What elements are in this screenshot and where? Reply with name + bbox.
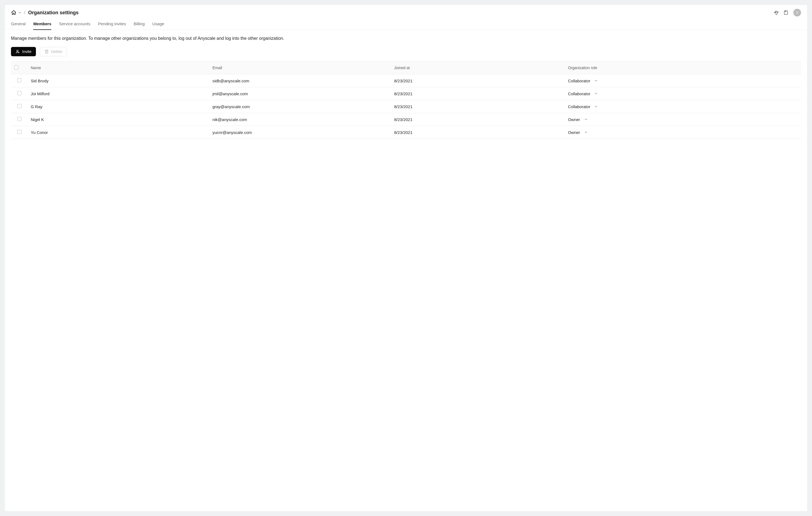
select-all-checkbox[interactable] — [14, 65, 19, 70]
row-checkbox[interactable] — [17, 130, 21, 134]
col-name[interactable]: Name — [27, 61, 209, 74]
role-value: Collaborator — [568, 104, 590, 109]
tabs: GeneralMembersService accountsPending in… — [5, 17, 807, 30]
row-checkbox[interactable] — [17, 117, 21, 121]
chevron-down-icon — [594, 105, 598, 108]
home-icon — [11, 10, 17, 16]
tab-general[interactable]: General — [11, 21, 26, 30]
cell-name: Yu Conor — [27, 126, 209, 139]
action-bar: Invite Delete — [11, 47, 801, 56]
row-select-cell — [11, 100, 27, 113]
cell-joined: 8/23/2021 — [391, 74, 565, 87]
user-plus-icon — [16, 49, 20, 54]
cell-joined: 8/23/2021 — [391, 126, 565, 139]
col-email[interactable]: Email — [209, 61, 390, 74]
tab-usage[interactable]: Usage — [152, 21, 164, 30]
role-dropdown[interactable]: Owner — [568, 130, 798, 135]
row-select-cell — [11, 87, 27, 100]
tab-service-accounts[interactable]: Service accounts — [59, 21, 90, 30]
select-all-header — [11, 61, 27, 74]
cell-joined: 8/23/2021 — [391, 113, 565, 126]
tab-members[interactable]: Members — [33, 21, 51, 30]
cell-email: sidb@anyscale.com — [209, 74, 390, 87]
chevron-down-icon — [594, 92, 598, 96]
tab-billing[interactable]: Billing — [134, 21, 145, 30]
role-dropdown[interactable]: Collaborator — [568, 91, 798, 96]
cell-name: Sid Brody — [27, 74, 209, 87]
page-title: Organization settings — [28, 10, 79, 16]
invite-button[interactable]: Invite — [11, 47, 36, 56]
cell-role: Collaborator — [564, 100, 801, 113]
cell-email: jmil@anyscale.com — [209, 87, 390, 100]
topbar: / Organization settings Y — [5, 5, 807, 17]
cell-email: gray@anyscale.com — [209, 100, 390, 113]
home-button[interactable] — [11, 10, 21, 16]
col-role[interactable]: Organization role — [564, 61, 801, 74]
cell-name: Nigel K — [27, 113, 209, 126]
chevron-down-icon — [18, 11, 21, 14]
cell-joined: 8/23/2021 — [391, 100, 565, 113]
invite-button-label: Invite — [22, 49, 31, 54]
cell-role: Owner — [564, 113, 801, 126]
row-checkbox[interactable] — [17, 78, 21, 82]
role-value: Collaborator — [568, 91, 590, 96]
avatar[interactable]: Y — [793, 9, 801, 17]
role-value: Collaborator — [568, 79, 590, 83]
breadcrumb: / Organization settings — [11, 10, 79, 16]
role-value: Owner — [568, 117, 580, 122]
table-row: Sid Brodysidb@anyscale.com8/23/2021Colla… — [11, 74, 801, 87]
role-dropdown[interactable]: Collaborator — [568, 79, 798, 83]
content: Manage members for this organization. To… — [5, 30, 807, 145]
row-select-cell — [11, 113, 27, 126]
chevron-down-icon — [584, 130, 588, 134]
cell-role: Collaborator — [564, 74, 801, 87]
cell-name: Joi Milford — [27, 87, 209, 100]
app-frame: / Organization settings Y GeneralMembers… — [5, 5, 807, 511]
members-table: Name Email Joined at Organization role S… — [11, 61, 801, 139]
cell-email: yucnr@anyscale.com — [209, 126, 390, 139]
chevron-down-icon — [584, 117, 588, 121]
table-header-row: Name Email Joined at Organization role — [11, 61, 801, 74]
table-row: Joi Milfordjmil@anyscale.com8/23/2021Col… — [11, 87, 801, 100]
row-select-cell — [11, 126, 27, 139]
tab-pending-invites[interactable]: Pending invites — [98, 21, 126, 30]
cell-email: nik@anyscale.com — [209, 113, 390, 126]
cell-role: Owner — [564, 126, 801, 139]
trash-icon — [45, 49, 49, 54]
row-checkbox[interactable] — [17, 91, 21, 95]
role-value: Owner — [568, 130, 580, 135]
chevron-down-icon — [594, 79, 598, 83]
breadcrumb-separator: / — [24, 10, 25, 15]
page-description: Manage members for this organization. To… — [11, 36, 801, 41]
cell-role: Collaborator — [564, 87, 801, 100]
row-select-cell — [11, 74, 27, 87]
row-checkbox[interactable] — [17, 104, 21, 108]
col-joined[interactable]: Joined at — [391, 61, 565, 74]
topbar-actions: Y — [774, 9, 801, 17]
delete-button[interactable]: Delete — [40, 47, 67, 56]
table-row: G Raygray@anyscale.com8/23/2021Collabora… — [11, 100, 801, 113]
role-dropdown[interactable]: Owner — [568, 117, 798, 122]
table-row: Nigel Knik@anyscale.com8/23/2021Owner — [11, 113, 801, 126]
table-row: Yu Conoryucnr@anyscale.com8/23/2021Owner — [11, 126, 801, 139]
docs-icon[interactable] — [783, 10, 788, 15]
role-dropdown[interactable]: Collaborator — [568, 104, 798, 109]
cell-joined: 8/23/2021 — [391, 87, 565, 100]
svg-point-1 — [17, 50, 18, 52]
delete-button-label: Delete — [51, 49, 62, 54]
cell-name: G Ray — [27, 100, 209, 113]
slack-icon[interactable] — [774, 10, 779, 15]
